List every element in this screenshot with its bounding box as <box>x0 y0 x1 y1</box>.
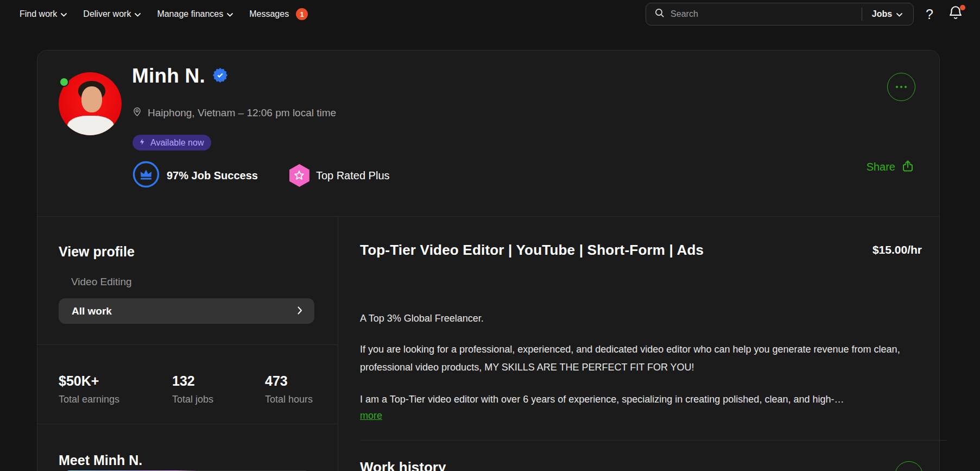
profile-main-content: Top-Tier Video Editor | YouTube | Short-… <box>338 217 947 471</box>
share-label: Share <box>867 161 895 173</box>
search-scope-label: Jobs <box>872 9 892 19</box>
top-rated-plus-badge: Top Rated Plus <box>289 164 390 187</box>
verified-badge-icon[interactable] <box>213 68 227 85</box>
search-scope-divider <box>862 8 862 21</box>
ellipsis-icon <box>896 86 899 89</box>
overview-paragraph: I am a Top-Tier video editor with over 6… <box>360 391 922 409</box>
stat-value: 473 <box>265 373 313 389</box>
chevron-right-icon <box>298 305 302 317</box>
more-link[interactable]: more <box>360 409 382 423</box>
share-profile-link[interactable]: Share <box>867 159 914 175</box>
search-icon <box>654 8 665 21</box>
nav-item-messages[interactable]: Messages 1 <box>249 8 308 20</box>
global-search-bar[interactable]: Jobs <box>646 3 914 26</box>
profile-body: View profile Video Editing All work $50K… <box>37 217 939 471</box>
notification-unread-dot <box>960 5 965 10</box>
stats-section: $50K+ Total earnings 132 Total jobs 473 … <box>37 345 338 424</box>
availability-label: Available now <box>150 138 204 148</box>
search-scope-dropdown[interactable]: Jobs <box>864 9 910 19</box>
profile-sidebar: View profile Video Editing All work $50K… <box>37 217 338 471</box>
star-hexagon-icon <box>289 164 309 187</box>
section-divider <box>360 440 947 441</box>
stat-value: $50K+ <box>59 373 172 389</box>
stat-value: 132 <box>172 373 265 389</box>
top-rated-plus-label: Top Rated Plus <box>316 169 390 182</box>
name-row: Minh N. <box>132 65 227 87</box>
nav-item-manage-finances[interactable]: Manage finances <box>157 9 233 19</box>
nav-menu: Find work Deliver work Manage finances M… <box>20 8 308 20</box>
title-row: Top-Tier Video Editor | YouTube | Short-… <box>360 242 922 259</box>
freelancer-profile-card: Minh N. Haiphong, Vietnam – 12:06 pm loc… <box>37 50 940 471</box>
chevron-down-icon <box>61 9 67 19</box>
overview-paragraph: If you are looking for a professional, e… <box>360 341 922 376</box>
meet-section: Meet Minh N. <box>37 424 338 471</box>
chevron-down-icon <box>227 9 233 19</box>
chevron-down-icon <box>135 9 141 19</box>
location-row: Haiphong, Vietnam – 12:06 pm local time <box>132 106 336 119</box>
nav-item-label: Find work <box>20 9 57 19</box>
view-profile-heading: View profile <box>59 244 314 260</box>
stat-total-hours: 473 Total hours <box>265 373 313 405</box>
profile-title: Top-Tier Video Editor | YouTube | Short-… <box>360 242 704 259</box>
job-success-label: 97% Job Success <box>167 169 258 182</box>
share-icon <box>901 159 914 175</box>
profile-header: Minh N. Haiphong, Vietnam – 12:06 pm loc… <box>37 51 939 217</box>
view-profile-section: View profile Video Editing All work <box>37 217 338 345</box>
overview-paragraph: A Top 3% Global Freelancer. <box>360 310 922 328</box>
stat-label: Total earnings <box>59 394 172 405</box>
notifications-button[interactable] <box>947 5 965 23</box>
search-input[interactable] <box>671 9 862 19</box>
all-work-label: All work <box>72 305 112 317</box>
stat-total-jobs: 132 Total jobs <box>172 373 265 405</box>
work-history-heading: Work history <box>360 459 922 471</box>
chevron-down-icon <box>896 9 902 19</box>
online-status-dot <box>59 77 69 87</box>
nav-item-find-work[interactable]: Find work <box>20 9 67 19</box>
location-pin-icon <box>132 106 142 119</box>
crown-circle-icon <box>132 161 160 190</box>
nav-item-label: Messages <box>249 9 289 19</box>
hourly-rate: $15.00/hr <box>872 243 922 256</box>
messages-unread-badge: 1 <box>296 8 308 20</box>
achievement-badges: 97% Job Success Top Rated Plus <box>132 161 390 190</box>
sidebar-item-video-editing[interactable]: Video Editing <box>71 276 314 288</box>
help-icon[interactable]: ? <box>926 7 933 22</box>
freelancer-name: Minh N. <box>132 65 205 87</box>
availability-badge[interactable]: Available now <box>132 135 211 150</box>
stat-label: Total jobs <box>172 394 265 405</box>
nav-item-label: Deliver work <box>83 9 131 19</box>
meet-heading: Meet Minh N. <box>59 453 313 468</box>
profile-more-options-button[interactable] <box>887 73 915 101</box>
lightning-bolt-icon <box>138 138 146 148</box>
overview-text: A Top 3% Global Freelancer. If you are l… <box>360 310 922 423</box>
nav-item-deliver-work[interactable]: Deliver work <box>83 9 141 19</box>
all-work-button[interactable]: All work <box>59 298 314 324</box>
top-navigation: Find work Deliver work Manage finances M… <box>0 0 980 28</box>
avatar[interactable] <box>59 72 122 135</box>
job-success-badge: 97% Job Success <box>132 161 258 190</box>
nav-item-label: Manage finances <box>157 9 223 19</box>
location-and-local-time: Haiphong, Vietnam – 12:06 pm local time <box>148 107 336 119</box>
stat-total-earnings: $50K+ Total earnings <box>59 373 172 405</box>
stat-label: Total hours <box>265 394 313 405</box>
